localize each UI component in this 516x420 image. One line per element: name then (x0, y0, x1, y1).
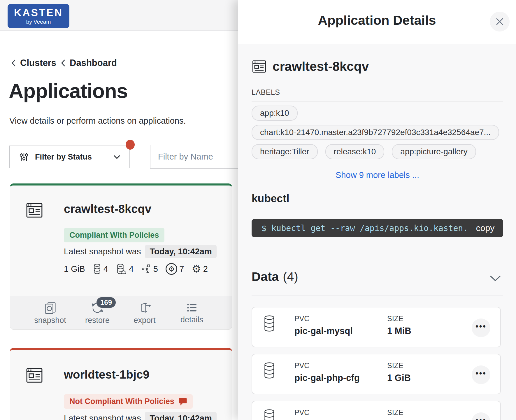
database-icon (263, 362, 276, 379)
action-label: restore (85, 316, 110, 325)
policy-gear-icon: ⚙ (166, 263, 177, 275)
workloads-stat: 5 (141, 264, 158, 274)
database-icon (263, 409, 276, 420)
pvc-more-actions-button[interactable]: ••• (472, 318, 490, 337)
pvc-name: pic-gal-mysql (294, 326, 353, 336)
volumes-stat: 4 (93, 264, 108, 274)
application-icon (25, 201, 43, 219)
label-pill: release:k10 (325, 144, 385, 159)
policies-stat: ⚙ 7 (166, 263, 184, 275)
data-count: (4) (283, 270, 298, 284)
pvc-more-actions-button[interactable]: ••• (472, 365, 490, 384)
pvc-name-column: PVC pic-gal-mysql (294, 314, 353, 336)
labels-row-1: app:k10 (252, 106, 503, 121)
pvc-card-pic-gal-php-cfg: PVC pic-gal-php-cfg SIZE 1 GiB ••• (252, 354, 501, 394)
labels-header: LABELS (252, 88, 280, 97)
pvc-size-label: SIZE (387, 314, 411, 323)
details-icon (186, 301, 198, 314)
pvc-more-actions-button[interactable]: ••• (472, 412, 490, 420)
pvc-type-label: PVC (294, 314, 353, 323)
application-icon (252, 59, 267, 74)
label-pill: app:k10 (252, 106, 298, 121)
snapshot-button[interactable]: snapshot (31, 301, 69, 325)
restore-button[interactable]: 169 restore (78, 301, 116, 325)
snapshot-label: Latest snapshot was (64, 247, 141, 256)
pvc-type-label: PVC (294, 361, 360, 370)
stat-value: 5 (153, 264, 158, 274)
status-badge-not-compliant: Not Compliant With Policies (64, 394, 193, 409)
divider (273, 76, 503, 76)
panel-header: Application Details (238, 0, 516, 44)
pvc-size-column: SIZE 1 MiB (387, 314, 411, 336)
pvc-name-column: PVC pic-gal-php-cfg (294, 361, 360, 383)
config-gear-icon: ⚙ (192, 264, 201, 274)
filter-by-status-dropdown[interactable]: Filter by Status (9, 146, 130, 168)
kubectl-header: kubectl (252, 192, 289, 205)
chevron-left-icon (11, 59, 16, 67)
applications-dashboard: KASTEN by Veeam Clusters Dashboard Appli… (0, 0, 516, 420)
pvc-size-label: SIZE (387, 361, 411, 370)
alert-speech-bubble-icon[interactable] (178, 397, 187, 406)
close-button[interactable] (490, 12, 510, 32)
breadcrumb-dashboard[interactable]: Dashboard (70, 58, 117, 68)
breadcrumb: Clusters Dashboard (11, 58, 117, 68)
pvc-card-partial: PVC SIZE ••• (252, 401, 501, 420)
copy-button[interactable]: copy (467, 219, 503, 237)
panel-body: crawltest-8kcqv LABELS app:k10 chart:k10… (252, 44, 503, 420)
database-icon (93, 264, 101, 274)
stat-value: 4 (103, 264, 108, 274)
logo-title: KASTEN (14, 7, 63, 18)
labels-row-2: chart:k10-21470.master.a23f9b727792ef03c… (252, 125, 503, 140)
pvc-name: pic-gal-php-cfg (294, 373, 360, 383)
restore-count-badge: 169 (96, 297, 116, 308)
export-button[interactable]: export (126, 301, 164, 325)
snapshot-icon (43, 301, 57, 315)
logo-subtitle: by Veeam (26, 19, 51, 25)
action-label: export (134, 316, 155, 325)
app-card-crawltest: crawltest-8kcqv Compliant With Policies … (10, 183, 232, 330)
filter-status-label: Filter by Status (35, 153, 107, 162)
cloud-volumes-stat: 4 (116, 264, 134, 274)
panel-app-row: crawltest-8kcqv (252, 59, 369, 74)
pvc-name-column: PVC (294, 408, 309, 420)
kubectl-code-block: $ kubectl get --raw /apis/apps.kio.kaste… (252, 219, 503, 237)
card-action-bar: snapshot 169 restore export details (10, 296, 232, 329)
sliders-icon (19, 152, 29, 162)
snapshot-label: Latest snapshot was (64, 414, 141, 420)
label-pill: app:picture-gallery (392, 144, 476, 159)
app-card-worldtest: worldtest-1bjc9 Not Compliant With Polic… (10, 348, 232, 420)
filter-notification-dot (126, 140, 135, 150)
kubectl-command[interactable]: $ kubectl get --raw /apis/apps.kio.kaste… (252, 219, 467, 237)
action-label: details (180, 315, 203, 324)
pvc-size-label: SIZE (387, 408, 403, 417)
status-badge-compliant: Compliant With Policies (64, 228, 164, 242)
close-icon (495, 17, 505, 27)
show-more-labels-link[interactable]: Show 9 more labels ... (252, 170, 503, 180)
latest-snapshot-row: Latest snapshot was Today, 10:42am (64, 412, 217, 420)
app-size: 1 GiB (64, 264, 85, 274)
collapse-chevron-icon[interactable] (490, 275, 501, 282)
config-stat: ⚙ 2 (192, 264, 208, 274)
snapshot-time-chip: Today, 10:42am (145, 245, 216, 258)
panel-app-name: crawltest-8kcqv (273, 59, 369, 74)
export-icon (138, 301, 151, 315)
workflow-icon (141, 264, 151, 274)
page-title: Applications (9, 79, 128, 103)
stat-value: 4 (129, 264, 134, 274)
label-pill: chart:k10-21470.master.a23f9b727792ef03c… (252, 125, 499, 140)
stat-value: 2 (203, 264, 208, 274)
panel-title: Application Details (238, 13, 516, 28)
divider (252, 209, 503, 209)
details-button[interactable]: details (173, 301, 211, 324)
pvc-type-label: PVC (294, 408, 309, 417)
breadcrumb-clusters[interactable]: Clusters (20, 58, 56, 68)
database-icon (263, 315, 276, 332)
label-pill: heritage:Tiller (252, 144, 318, 159)
page-subtitle: View details or perform actions on appli… (9, 116, 186, 126)
kasten-logo[interactable]: KASTEN by Veeam (8, 4, 69, 28)
pvc-size-column: SIZE (387, 408, 403, 420)
app-name: crawltest-8kcqv (64, 202, 151, 216)
data-section-header: Data (4) (252, 270, 298, 284)
latest-snapshot-row: Latest snapshot was Today, 10:42am (64, 245, 217, 258)
app-stats-row: 1 GiB 4 4 5 ⚙ 7 ⚙ 2 (64, 263, 208, 275)
